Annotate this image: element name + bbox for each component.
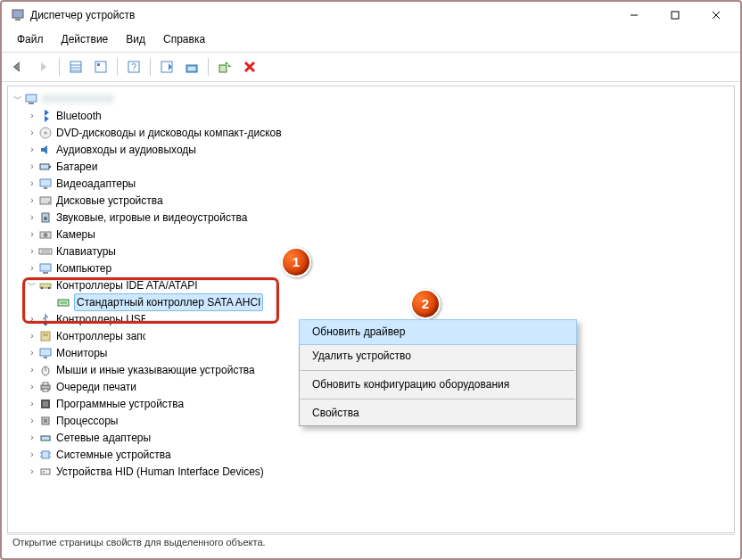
toolbar-uninstall-icon[interactable] bbox=[239, 56, 260, 78]
context-menu-remove-device[interactable]: Удалить устройство bbox=[300, 344, 576, 368]
tree-item[interactable]: ›Звуковые, игровые и видеоустройства bbox=[12, 209, 732, 226]
nav-forward-button[interactable] bbox=[32, 56, 54, 78]
chevron-right-icon[interactable]: › bbox=[26, 328, 38, 344]
tree-item[interactable]: ›Дисковые устройства bbox=[12, 192, 732, 209]
soft-icon bbox=[38, 397, 53, 411]
svg-point-32 bbox=[44, 217, 47, 220]
cpu-icon bbox=[38, 414, 53, 428]
chevron-right-icon[interactable]: › bbox=[26, 430, 38, 446]
tree-item-ide-ata-atapi[interactable]: ﹀ Контроллеры IDE ATA/ATAPI bbox=[12, 276, 732, 293]
printer-icon bbox=[38, 380, 53, 394]
tree-item[interactable]: ›Видеоадаптеры bbox=[12, 175, 732, 192]
tree-item-label: Мыши и иные указывающие устройства bbox=[56, 362, 255, 378]
menu-help[interactable]: Справка bbox=[155, 30, 213, 48]
toolbar-properties-icon[interactable] bbox=[65, 56, 87, 78]
speaker-icon bbox=[38, 210, 53, 225]
device-tree[interactable]: ﹀ XXXXXXXXX ›Bluetooth›DVD-дисководы и д… bbox=[8, 86, 734, 483]
toolbar-options-icon[interactable] bbox=[90, 56, 111, 78]
statusbar: Открытие страницы свойств для выделенног… bbox=[7, 534, 735, 555]
svg-rect-18 bbox=[219, 65, 227, 72]
svg-rect-53 bbox=[43, 383, 48, 385]
battery-icon bbox=[38, 160, 53, 174]
toolbar-refresh-icon[interactable] bbox=[181, 56, 202, 78]
chevron-right-icon[interactable]: › bbox=[26, 260, 38, 276]
context-menu-update-driver[interactable]: Обновить драйвер bbox=[300, 320, 576, 344]
toolbar-scan-icon[interactable] bbox=[156, 56, 177, 78]
svg-point-34 bbox=[44, 233, 48, 237]
chevron-right-icon[interactable]: › bbox=[26, 142, 38, 158]
tree-item-label: Устройства HID (Human Interface Devices) bbox=[56, 464, 264, 480]
context-menu-properties[interactable]: Свойства bbox=[300, 401, 576, 425]
titlebar: Диспетчер устройств bbox=[2, 2, 740, 29]
tree-item[interactable]: ›Камеры bbox=[12, 226, 732, 243]
hid-icon bbox=[38, 465, 53, 479]
chevron-right-icon[interactable]: › bbox=[26, 243, 38, 259]
tree-item[interactable]: ›Системные устройства bbox=[12, 446, 732, 463]
computer-icon bbox=[24, 92, 38, 106]
camera-icon bbox=[38, 227, 53, 242]
svg-point-24 bbox=[45, 131, 47, 134]
tree-root[interactable]: ﹀ XXXXXXXXX bbox=[12, 90, 732, 107]
chevron-down-icon[interactable]: ﹀ bbox=[12, 91, 24, 107]
context-menu-rescan-hardware[interactable]: Обновить конфигурацию оборудования bbox=[300, 373, 576, 397]
keyboard-icon bbox=[38, 244, 53, 259]
chevron-right-icon[interactable]: › bbox=[26, 125, 38, 141]
tree-item-label: Аудиовходы и аудиовыходы bbox=[56, 142, 196, 158]
chevron-right-icon[interactable]: › bbox=[26, 311, 38, 327]
svg-rect-49 bbox=[44, 357, 47, 358]
maximize-button[interactable] bbox=[655, 3, 696, 28]
chevron-right-icon[interactable]: › bbox=[26, 159, 38, 175]
chip-icon bbox=[38, 448, 53, 462]
tree-item-label: Контроллеры USB bbox=[56, 311, 145, 327]
tree-item[interactable]: ›Аудиовходы и аудиовыходы bbox=[12, 141, 732, 158]
tree-item-label: Системные устройства bbox=[56, 447, 171, 463]
svg-rect-58 bbox=[44, 419, 47, 423]
chevron-right-icon[interactable]: › bbox=[26, 413, 38, 429]
toolbar-help-icon[interactable]: ? bbox=[123, 56, 144, 78]
close-button[interactable] bbox=[696, 3, 737, 28]
svg-rect-48 bbox=[40, 349, 51, 356]
chevron-right-icon[interactable]: › bbox=[26, 345, 38, 361]
tree-item-sata-ahci[interactable]: Стандартный контроллер SATA AHCI bbox=[12, 293, 732, 310]
tree-item-label: Контроллеры запоминающих устройств bbox=[56, 328, 145, 344]
tree-item-label: Bluetooth bbox=[56, 108, 102, 124]
chevron-right-icon[interactable]: › bbox=[26, 379, 38, 395]
tree-item[interactable]: ›Клавиатуры bbox=[12, 243, 732, 259]
svg-rect-17 bbox=[188, 67, 195, 70]
svg-rect-35 bbox=[39, 249, 52, 254]
chevron-right-icon[interactable]: › bbox=[26, 447, 38, 463]
minimize-button[interactable] bbox=[614, 3, 655, 28]
storage-icon bbox=[38, 329, 53, 343]
chevron-down-icon[interactable]: ﹀ bbox=[26, 277, 38, 293]
chevron-right-icon[interactable]: › bbox=[26, 210, 38, 226]
monitor-icon bbox=[38, 346, 53, 360]
chevron-right-icon[interactable]: › bbox=[26, 193, 38, 209]
tree-item[interactable]: ›Bluetooth bbox=[12, 107, 732, 124]
tree-item[interactable]: ›Компьютер bbox=[12, 259, 732, 276]
tree-item-label: DVD-дисководы и дисководы компакт-дисков bbox=[56, 125, 282, 141]
chevron-right-icon[interactable]: › bbox=[26, 176, 38, 192]
menu-action[interactable]: Действие bbox=[54, 30, 117, 48]
nav-back-button[interactable] bbox=[7, 56, 29, 78]
svg-rect-39 bbox=[43, 272, 48, 274]
chevron-right-icon[interactable]: › bbox=[26, 108, 38, 124]
tree-item[interactable]: ›Батареи bbox=[12, 158, 732, 175]
toolbar-enable-icon[interactable] bbox=[214, 56, 235, 78]
tree-item-label: Дисковые устройства bbox=[56, 193, 163, 209]
chevron-right-icon[interactable]: › bbox=[26, 226, 38, 243]
toolbar: ? bbox=[2, 53, 740, 82]
menu-view[interactable]: Вид bbox=[118, 30, 153, 48]
tree-item-label: Сетевые адаптеры bbox=[56, 430, 151, 446]
tree-item[interactable]: ›DVD-дисководы и дисководы компакт-диско… bbox=[12, 124, 732, 141]
svg-rect-68 bbox=[43, 471, 45, 473]
audio-icon bbox=[38, 143, 53, 157]
svg-point-61 bbox=[47, 440, 49, 441]
context-menu: Обновить драйвер Удалить устройство Обно… bbox=[299, 319, 577, 426]
tree-item[interactable]: ›Сетевые адаптеры bbox=[12, 429, 732, 446]
menu-file[interactable]: Файл bbox=[9, 30, 52, 48]
chevron-right-icon[interactable]: › bbox=[26, 396, 38, 412]
chevron-right-icon[interactable]: › bbox=[26, 362, 38, 378]
tree-item[interactable]: ›Устройства HID (Human Interface Devices… bbox=[12, 463, 732, 480]
chevron-right-icon[interactable]: › bbox=[26, 464, 38, 480]
display-icon bbox=[38, 177, 53, 191]
